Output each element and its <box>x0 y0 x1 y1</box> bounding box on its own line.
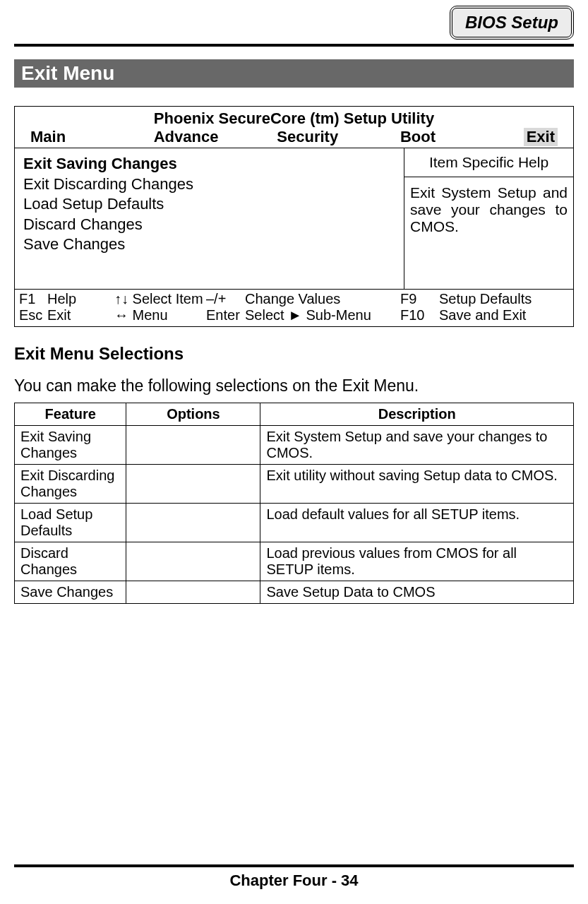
table-header-row: Feature Options Description <box>15 403 574 426</box>
cell-desc: Exit utility without saving Setup data t… <box>260 465 574 504</box>
table-row: Exit Saving Changes Exit System Setup an… <box>15 426 574 465</box>
footer-label-help: Help <box>47 291 114 307</box>
footer-label-exit: Exit <box>47 307 114 323</box>
header-chip: BIOS Setup <box>450 6 574 40</box>
col-options: Options <box>126 403 260 426</box>
page-footer: Chapter Four - 34 <box>14 872 574 890</box>
col-feature: Feature <box>15 403 126 426</box>
col-description: Description <box>260 403 574 426</box>
bios-utility-box: Phoenix SecureCore (tm) Setup Utility Ma… <box>14 106 574 327</box>
footer-key-f10: F10 <box>400 307 439 323</box>
footer-select-item: ↑↓ Select Item <box>114 291 206 307</box>
cell-desc: Load previous values from CMOS for all S… <box>260 542 574 581</box>
tab-advance[interactable]: Advance <box>154 128 277 146</box>
selections-heading: Exit Menu Selections <box>14 344 574 364</box>
menu-item-discard-changes[interactable]: Discard Changes <box>23 215 395 235</box>
cell-options <box>126 581 260 604</box>
footer-plus-minus: –/+ <box>206 291 245 307</box>
cell-feature: Save Changes <box>15 581 126 604</box>
cell-options <box>126 426 260 465</box>
header-rule <box>14 44 574 47</box>
cell-options <box>126 465 260 504</box>
tab-exit[interactable]: Exit <box>524 128 558 146</box>
table-row: Load Setup Defaults Load default values … <box>15 504 574 542</box>
cell-feature: Discard Changes <box>15 542 126 581</box>
footer-label-setup-defaults: Setup Defaults <box>439 291 532 307</box>
footer-rule <box>14 864 574 867</box>
section-title: Exit Menu <box>14 59 574 88</box>
bios-utility-title: Phoenix SecureCore (tm) Setup Utility <box>15 107 573 128</box>
table-row: Discard Changes Load previous values fro… <box>15 542 574 581</box>
cell-feature: Load Setup Defaults <box>15 504 126 542</box>
footer-key-esc: Esc <box>18 307 47 323</box>
tab-security[interactable]: Security <box>277 128 400 146</box>
menu-item-save-changes[interactable]: Save Changes <box>23 234 395 255</box>
footer-label-save-exit: Save and Exit <box>439 307 526 323</box>
footer-change-values: Change Values <box>245 291 400 307</box>
menu-item-load-defaults[interactable]: Load Setup Defaults <box>23 194 395 215</box>
cell-options <box>126 542 260 581</box>
table-row: Save Changes Save Setup Data to CMOS <box>15 581 574 604</box>
cell-options <box>126 504 260 542</box>
cell-feature: Exit Saving Changes <box>15 426 126 465</box>
footer-menu-lr: ↔ Menu <box>114 307 206 323</box>
cell-desc: Save Setup Data to CMOS <box>260 581 574 604</box>
selections-intro: You can make the following selections on… <box>14 376 574 396</box>
tab-main[interactable]: Main <box>30 128 154 146</box>
bios-tabs: Main Advance Security Boot Exit <box>15 128 573 148</box>
footer-key-f9: F9 <box>400 291 439 307</box>
help-header: Item Specific Help <box>404 148 573 177</box>
bios-footer: F1 Help ↑↓ Select Item –/+ Change Values… <box>15 290 573 326</box>
cell-desc: Exit System Setup and save your changes … <box>260 426 574 465</box>
footer-key-f1: F1 <box>18 291 47 307</box>
footer-enter: Enter <box>206 307 245 323</box>
selections-table: Feature Options Description Exit Saving … <box>14 403 574 604</box>
help-body: Exit System Setup and save your changes … <box>404 177 573 289</box>
menu-item-exit-discarding[interactable]: Exit Discarding Changes <box>23 174 395 195</box>
menu-item-exit-saving[interactable]: Exit Saving Changes <box>23 154 395 174</box>
cell-feature: Exit Discarding Changes <box>15 465 126 504</box>
footer-select-submenu: Select ► Sub-Menu <box>245 307 400 323</box>
table-row: Exit Discarding Changes Exit utility wit… <box>15 465 574 504</box>
tab-boot[interactable]: Boot <box>400 128 524 146</box>
cell-desc: Load default values for all SETUP items. <box>260 504 574 542</box>
bios-menu-list: Exit Saving Changes Exit Discarding Chan… <box>15 148 404 289</box>
